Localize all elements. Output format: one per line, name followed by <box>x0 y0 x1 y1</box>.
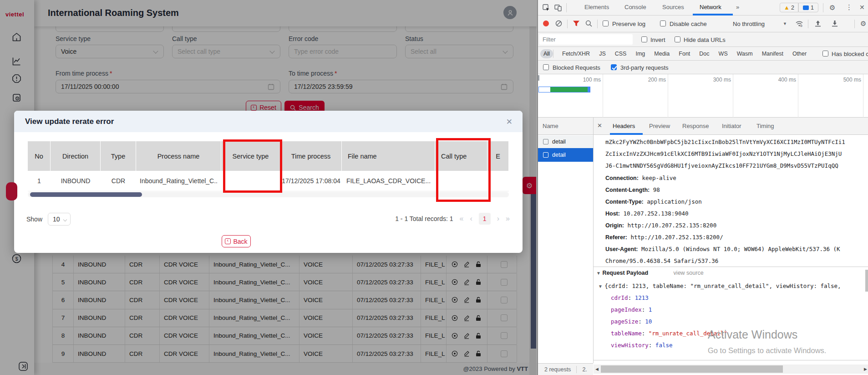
devtools-close-icon[interactable]: ✕ <box>859 4 865 11</box>
header-line: Content-Length: 98 <box>605 185 660 194</box>
payload-entries: cdrId: 1213 pageIndex: 1 pageSize: 10 ta… <box>611 293 727 353</box>
third-party-checkbox[interactable] <box>611 64 617 70</box>
back-button[interactable]: Back <box>222 235 251 247</box>
network-settings-icon[interactable]: ⚙ <box>860 20 866 28</box>
current-page[interactable]: 1 <box>479 213 491 225</box>
first-page-button[interactable]: « <box>460 215 464 223</box>
prev-page-button[interactable]: ‹ <box>470 215 472 223</box>
preserve-log-checkbox[interactable] <box>603 21 609 26</box>
disable-cache-checkbox[interactable] <box>660 21 666 26</box>
modal-close-icon[interactable]: ✕ <box>506 117 513 127</box>
has-blocked-cookies-label: Has blocked cookies <box>832 51 868 57</box>
requests-table-header: Name ✕ Headers Preview Response Initiato… <box>538 118 868 135</box>
resource-chip[interactable]: Doc <box>695 51 714 57</box>
detail-hscrollbar[interactable]: ◀ ▶ <box>594 365 868 374</box>
detail-scrollbar-thumb[interactable] <box>865 270 868 292</box>
sidebar-active-item[interactable] <box>6 182 17 200</box>
tab-elements[interactable]: Elements <box>584 4 609 10</box>
tab-initiator[interactable]: Initiator <box>722 123 741 129</box>
throttling-select[interactable]: No throttling <box>733 21 765 27</box>
resource-chip[interactable]: JS <box>594 51 610 57</box>
resource-chip[interactable]: Media <box>650 51 674 57</box>
scroll-left-arrow[interactable]: ◀ <box>595 367 599 371</box>
invert-label: Invert <box>650 36 665 43</box>
hide-data-urls-checkbox[interactable] <box>675 36 680 42</box>
request-checkbox[interactable] <box>543 152 548 158</box>
payload-summary-line[interactable]: ▼ {cdrId: 1213, tableName: "rm_unrate_ca… <box>598 282 841 290</box>
devtools-tabbar: Elements Console Sources Network » ▲2 1 … <box>538 0 868 15</box>
timeline-request-bar[interactable] <box>538 87 590 92</box>
network-overview[interactable]: 100 ms200 ms300 ms400 ms500 ms <box>538 74 868 118</box>
pane-divider[interactable] <box>593 118 594 363</box>
section-divider <box>594 267 868 267</box>
separator <box>808 20 808 28</box>
tab-network[interactable]: Network <box>700 4 721 10</box>
more-tabs-icon[interactable]: » <box>736 4 739 10</box>
device-toolbar-icon[interactable] <box>554 4 562 11</box>
header-line: User-Agent: Mozilla/5.0 (Windows NT 10.0… <box>605 245 840 253</box>
kebab-menu-icon[interactable]: ⋮ <box>846 3 853 11</box>
has-blocked-cookies-checkbox[interactable] <box>822 51 828 57</box>
header-line: Host: 10.207.252.138:9040 <box>605 209 688 217</box>
chevron-down-icon <box>63 218 67 221</box>
detail-pane-close-icon[interactable]: ✕ <box>597 122 602 129</box>
resource-chip[interactable]: Img <box>631 51 650 57</box>
page-size-select[interactable]: 10 <box>48 213 71 226</box>
request-row[interactable]: detail <box>538 135 593 148</box>
view-source-link[interactable]: view source <box>674 270 704 276</box>
disclosure-triangle-icon[interactable]: ▼ <box>596 271 601 276</box>
export-har-icon[interactable] <box>832 20 838 27</box>
resource-chip[interactable]: CSS <box>610 51 631 57</box>
network-conditions-icon[interactable]: ⚙ <box>795 20 803 27</box>
header-line: Referer: http://10.207.252.135:8200/ <box>605 233 723 241</box>
throttling-dropdown-arrow[interactable]: ▼ <box>783 21 787 26</box>
resource-chip[interactable]: WS <box>714 51 732 57</box>
inspect-icon[interactable] <box>543 4 550 11</box>
blocked-requests-checkbox[interactable] <box>543 64 549 70</box>
request-payload-section[interactable]: ▼ Request Payload view source <box>596 270 704 276</box>
tab-response[interactable]: Response <box>682 123 709 129</box>
filter-input[interactable]: Filter <box>539 34 633 45</box>
tab-console[interactable]: Console <box>624 4 646 10</box>
invert-checkbox[interactable] <box>641 36 647 42</box>
detail-hscrollbar-thumb[interactable] <box>601 365 783 373</box>
request-checkbox[interactable] <box>543 139 548 144</box>
resource-chip[interactable]: Wasm <box>732 51 757 57</box>
modal-hscrollbar-thumb[interactable] <box>30 192 142 197</box>
devtools-settings-icon[interactable]: ⚙ <box>829 4 835 12</box>
record-icon[interactable] <box>543 20 549 27</box>
resource-chip[interactable]: Font <box>674 51 695 57</box>
resource-chips-row: All Fetch/XHRJSCSSImgMediaFontDocWSWasmM… <box>538 47 868 61</box>
col-file-name: File name <box>342 141 435 171</box>
next-page-button[interactable]: › <box>497 215 499 223</box>
separator <box>566 3 567 12</box>
scroll-right-arrow[interactable]: ▶ <box>864 367 867 371</box>
activate-windows-watermark: Activate Windows <box>708 328 797 341</box>
transferred-size: 2. <box>582 366 587 373</box>
filter-icon[interactable] <box>573 20 580 27</box>
chip-all[interactable]: All <box>540 49 553 58</box>
tab-timing[interactable]: Timing <box>756 123 774 129</box>
resource-chip[interactable]: Other <box>788 51 811 57</box>
disclosure-triangle-icon: ▼ <box>598 284 603 289</box>
last-page-button[interactable]: » <box>506 215 510 223</box>
timeline-label: 100 ms <box>538 74 603 118</box>
tab-sources[interactable]: Sources <box>662 4 684 10</box>
tab-headers[interactable]: Headers <box>613 123 635 129</box>
network-search-icon[interactable] <box>585 20 592 27</box>
show-label: Show <box>26 216 42 223</box>
import-har-icon[interactable] <box>815 20 821 27</box>
name-column-header[interactable]: Name <box>543 123 558 129</box>
request-row-selected[interactable]: detail <box>538 148 593 162</box>
header-line: Origin: http://10.207.252.135:8200 <box>605 221 716 229</box>
messages-badge[interactable]: 1 <box>798 3 818 12</box>
request-filters-row: Blocked Requests 3rd-party requests <box>538 61 868 74</box>
clear-icon[interactable] <box>555 20 562 27</box>
separator <box>576 366 577 373</box>
resource-chip[interactable]: Fetch/XHR <box>558 51 594 57</box>
resource-chip[interactable]: Manifest <box>757 51 788 57</box>
preserve-log-label: Preserve log <box>612 21 645 27</box>
tab-preview[interactable]: Preview <box>649 123 670 129</box>
active-detail-tab-underline <box>610 133 643 135</box>
warnings-badge[interactable]: ▲2 <box>780 3 798 12</box>
